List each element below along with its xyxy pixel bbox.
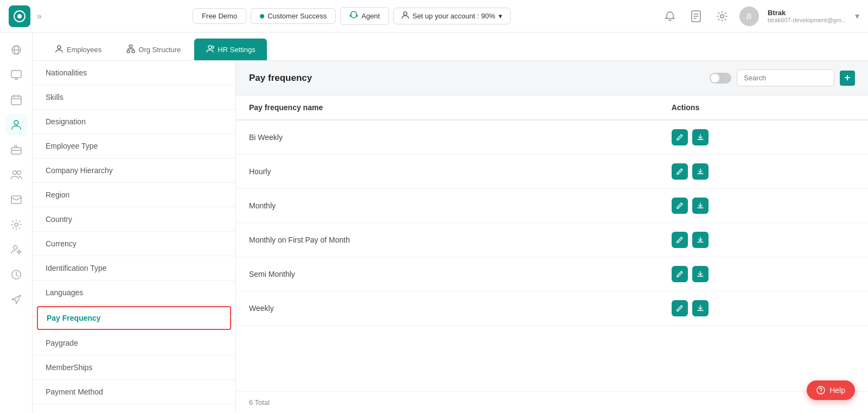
search-input[interactable] — [737, 69, 834, 86]
nav-item-paygrade[interactable]: Paygrade — [33, 331, 235, 355]
download-button[interactable] — [692, 232, 709, 248]
person-icon — [401, 11, 409, 21]
svg-point-9 — [14, 120, 18, 125]
sidebar-icon-mail[interactable] — [5, 189, 27, 211]
nav-item-region[interactable]: Region — [33, 183, 235, 207]
nav-item-payment-method[interactable]: Payment Method — [33, 380, 235, 404]
row-name: Semi Monthly — [236, 257, 659, 291]
nav-item-memberships[interactable]: MemberShips — [33, 355, 235, 380]
sidebar-icons — [0, 33, 33, 413]
col-name-header: Pay frequency name — [236, 96, 659, 120]
svg-point-1 — [17, 14, 22, 18]
row-name: Hourly — [236, 155, 659, 189]
nav-item-languages[interactable]: Languages — [33, 281, 235, 305]
nav-item-pay-frequency[interactable]: Pay Frequency — [37, 306, 231, 330]
sidebar-icon-user-settings[interactable] — [5, 239, 27, 260]
avatar: B — [739, 7, 759, 26]
nav-item-nationalities[interactable]: Nationalities — [33, 61, 235, 85]
nav-panel: Nationalities Skills Designation Employe… — [33, 61, 236, 413]
edit-button[interactable] — [672, 232, 688, 248]
user-chevron-icon[interactable]: ▾ — [855, 11, 859, 21]
customer-success-label: Customer Success — [267, 12, 327, 20]
alert-icon[interactable] — [661, 8, 679, 25]
agent-label: Agent — [361, 12, 380, 20]
nav-item-company-hierarchy[interactable]: Company Hierarchy — [33, 158, 235, 183]
svg-rect-10 — [11, 148, 21, 154]
gear-icon[interactable] — [713, 8, 731, 25]
nav-item-employee-type[interactable]: Employee Type — [33, 134, 235, 158]
table-footer: 6 Total — [236, 391, 868, 413]
sidebar-icon-calendar[interactable] — [5, 89, 27, 111]
nav-item-reporting-methods[interactable]: Reporting Methods — [33, 404, 235, 413]
nav-item-identification-type[interactable]: Identification Type — [33, 256, 235, 281]
row-name: Monthly — [236, 189, 659, 223]
toggle-switch[interactable] — [710, 73, 731, 84]
status-dot — [260, 14, 264, 18]
sidebar-icon-group[interactable] — [5, 164, 27, 186]
row-name: Bi Weekly — [236, 120, 659, 155]
org-tab-icon — [126, 45, 135, 55]
download-button[interactable] — [692, 198, 709, 214]
download-button[interactable] — [692, 266, 709, 282]
edit-button[interactable] — [672, 300, 688, 316]
sidebar-icon-globe[interactable] — [5, 39, 27, 61]
edit-button[interactable] — [672, 129, 688, 145]
tab-org-structure[interactable]: Org Structure — [115, 39, 192, 60]
sidebar-icon-clock[interactable] — [5, 264, 27, 285]
user-info: Btrak btrak607-development@gm... — [768, 9, 846, 23]
svg-point-23 — [212, 46, 214, 48]
help-button[interactable]: Help — [807, 380, 855, 400]
table-wrapper: Pay frequency name Actions Bi Weekly — [236, 96, 868, 391]
svg-rect-21 — [132, 50, 135, 53]
customer-success-button[interactable]: Customer Success — [251, 8, 336, 24]
svg-rect-7 — [11, 71, 21, 78]
sidebar-icon-settings[interactable] — [5, 214, 27, 236]
free-demo-button[interactable]: Free Demo — [193, 8, 246, 24]
sidebar-icon-send[interactable] — [5, 289, 27, 310]
nav-item-designation[interactable]: Designation — [33, 110, 235, 134]
sidebar-icon-tv[interactable] — [5, 64, 27, 86]
download-button[interactable] — [692, 129, 709, 145]
sidebar-icon-person[interactable] — [5, 114, 27, 136]
panel-header: Pay frequency + — [236, 61, 868, 96]
add-button[interactable]: + — [840, 71, 855, 86]
row-actions — [659, 120, 868, 155]
svg-point-4 — [720, 15, 724, 18]
tab-employees[interactable]: Employees — [43, 39, 113, 60]
expand-icon[interactable]: » — [37, 11, 42, 21]
row-name: Monthly on First Pay of Month — [236, 223, 659, 257]
tab-hr-label: HR Settings — [218, 46, 255, 54]
download-button[interactable] — [692, 163, 709, 180]
edit-button[interactable] — [672, 163, 688, 180]
table-row: Semi Monthly — [236, 257, 868, 291]
header-right: B Btrak btrak607-development@gm... ▾ — [661, 7, 859, 26]
nav-item-country[interactable]: Country — [33, 207, 235, 232]
document-icon[interactable] — [687, 8, 705, 25]
setup-account-button[interactable]: Set up your account : 90% ▾ — [393, 8, 510, 24]
sidebar-icon-briefcase[interactable] — [5, 139, 27, 161]
table-row: Hourly — [236, 155, 868, 189]
nav-item-currency[interactable]: Currency — [33, 232, 235, 256]
app-logo — [9, 5, 30, 27]
svg-point-2 — [404, 12, 407, 15]
svg-point-12 — [17, 171, 21, 175]
download-button[interactable] — [692, 300, 709, 316]
header-center: Free Demo Customer Success Agent Set up … — [48, 7, 655, 25]
right-panel: Pay frequency + Pay frequency name Actio… — [236, 61, 868, 413]
nav-item-skills[interactable]: Skills — [33, 85, 235, 110]
table-row: Monthly — [236, 189, 868, 223]
svg-rect-19 — [129, 45, 132, 47]
edit-button[interactable] — [672, 198, 688, 214]
agent-button[interactable]: Agent — [340, 7, 389, 25]
svg-point-25 — [820, 392, 821, 393]
row-actions — [659, 223, 868, 257]
help-label: Help — [829, 386, 845, 395]
edit-button[interactable] — [672, 266, 688, 282]
panel-title: Pay frequency — [249, 73, 312, 84]
main-area: Employees Org Structure HR Settings Nati… — [33, 33, 868, 413]
svg-point-15 — [13, 246, 17, 250]
row-name: Weekly — [236, 291, 659, 326]
panel-header-right: + — [710, 69, 855, 86]
tab-hr-settings[interactable]: HR Settings — [194, 39, 266, 60]
chevron-down-icon: ▾ — [499, 12, 502, 20]
